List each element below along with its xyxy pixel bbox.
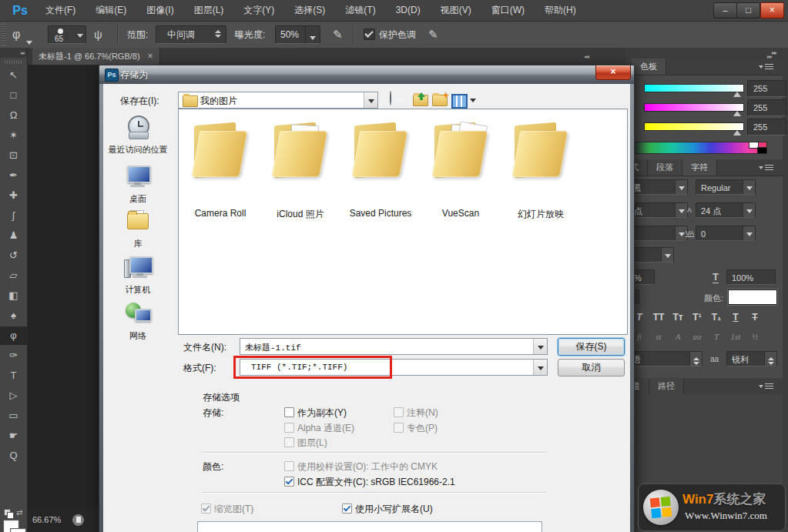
tab-swatches[interactable]: 色板 — [632, 59, 666, 75]
font-size-dropdown-icon[interactable] — [675, 203, 687, 217]
maximize-button[interactable]: □ — [736, 2, 760, 18]
dodge-tool-preset-icon[interactable]: φ — [12, 25, 20, 44]
exposure-dropdown[interactable] — [305, 25, 320, 44]
format-dropdown-icon[interactable] — [533, 360, 547, 375]
options-bar-grip[interactable] — [1, 24, 6, 45]
history-brush-tool[interactable]: ↺ — [0, 246, 27, 265]
text-color-swatch[interactable] — [728, 289, 777, 305]
save-button[interactable]: 保存(S) — [558, 338, 625, 356]
anti-alias-select[interactable]: 锐利 — [726, 351, 777, 366]
clone-stamp-tool[interactable]: ♟ — [0, 226, 27, 245]
close-button[interactable]: × — [760, 2, 784, 18]
leading-dropdown-icon[interactable] — [743, 203, 755, 217]
eyedropper-tool[interactable]: ✒ — [0, 166, 27, 185]
tools-collapse-icon[interactable]: ▸▸ — [0, 48, 27, 58]
menu-image[interactable]: 图像(I) — [136, 0, 183, 21]
place-computer[interactable]: 计算机 — [105, 255, 171, 296]
superscript-button[interactable]: T¹ — [688, 309, 706, 325]
filename-dropdown-icon[interactable] — [533, 339, 547, 354]
tab-paths[interactable]: 路径 — [649, 378, 684, 394]
green-slider-track[interactable] — [644, 103, 744, 112]
dock-collapse-icon[interactable]: ▸▸ — [767, 53, 772, 60]
save-in-combo[interactable]: 我的图片 — [178, 92, 378, 109]
zoom-level[interactable]: 66.67% — [32, 515, 61, 524]
tools-grip[interactable] — [5, 60, 22, 64]
strikethrough-button[interactable]: T — [746, 309, 764, 325]
menu-layer[interactable]: 图层(L) — [184, 0, 234, 21]
zoom-tool[interactable]: Q — [0, 447, 27, 465]
underline-button[interactable]: T — [726, 309, 745, 325]
anti-alias-spinner-icon[interactable] — [764, 352, 776, 366]
eraser-tool[interactable]: ▱ — [0, 266, 27, 285]
place-recent[interactable]: 最近访问的位置 — [105, 115, 171, 156]
gradient-tool[interactable]: ◧ — [0, 286, 27, 305]
green-value-field[interactable]: 255 — [747, 99, 786, 116]
panel-collapse-bar[interactable]: ▸▸ — [625, 48, 783, 59]
swap-colors-icon[interactable]: ⇄ — [16, 508, 22, 517]
menu-view[interactable]: 视图(V) — [431, 0, 481, 21]
ordinals-button[interactable]: 1st — [726, 330, 745, 343]
protect-tones-checkbox[interactable] — [364, 28, 375, 40]
fractions-button[interactable]: ½ — [746, 330, 764, 343]
menu-select[interactable]: 选择(S) — [284, 0, 335, 21]
blue-slider-thumb[interactable] — [733, 130, 741, 136]
font-family-dropdown-icon[interactable] — [675, 180, 687, 194]
tablet-pressure-icon[interactable]: ✎ — [428, 25, 438, 44]
type-tool[interactable]: T — [0, 366, 27, 385]
brush-size-picker[interactable]: 65 — [48, 25, 86, 44]
menu-3d[interactable]: 3D(D) — [386, 0, 431, 21]
titling-alternates-button[interactable]: T — [707, 330, 726, 343]
red-slider-thumb[interactable] — [733, 92, 741, 97]
healing-brush-tool[interactable]: ✚ — [0, 186, 27, 205]
green-slider-thumb[interactable] — [733, 111, 741, 116]
cancel-button[interactable]: 取消 — [558, 359, 625, 376]
brush-tool[interactable]: ʃ — [0, 206, 27, 225]
blue-value-field[interactable]: 255 — [747, 119, 786, 136]
tab-character[interactable]: 字符 — [682, 159, 717, 176]
hand-tool[interactable]: ☛ — [0, 427, 27, 445]
folder-saved-pictures[interactable]: Saved Pictures — [348, 122, 413, 183]
dialog-title-bar[interactable]: Ps 存储为 × — [99, 65, 634, 84]
icc-profile-checkbox[interactable] — [284, 477, 294, 487]
lasso-tool[interactable]: Ω — [0, 106, 27, 125]
panel-menu-icon[interactable] — [759, 64, 773, 78]
move-tool[interactable]: ↖ — [0, 66, 27, 85]
place-libraries[interactable]: 库 — [105, 209, 171, 249]
place-network[interactable]: 网络 — [105, 301, 171, 342]
proportion-dropdown-icon[interactable] — [661, 248, 673, 262]
range-select[interactable]: 中间调 — [156, 25, 226, 44]
document-info-icon[interactable] — [72, 514, 84, 526]
subscript-button[interactable]: T₁ — [707, 309, 726, 325]
panel-menu-icon[interactable] — [759, 165, 773, 179]
airbrush-icon[interactable]: ✎ — [333, 25, 343, 44]
up-one-level-button[interactable] — [413, 95, 428, 106]
folder-vuescan[interactable]: VueScan — [428, 122, 493, 183]
tracking-field[interactable]: 0 — [696, 226, 756, 241]
font-style-dropdown-icon[interactable] — [743, 180, 755, 194]
blur-tool[interactable]: ♠ — [0, 306, 27, 325]
menu-file[interactable]: 文件(F) — [35, 0, 86, 21]
menu-help[interactable]: 帮助(H) — [535, 0, 586, 21]
crop-tool[interactable]: ⊡ — [0, 146, 27, 165]
path-selection-tool[interactable]: ▷ — [0, 386, 27, 405]
tracking-dropdown-icon[interactable] — [743, 226, 755, 240]
back-button[interactable] — [390, 92, 391, 105]
menu-type[interactable]: 文字(Y) — [233, 0, 284, 21]
tab-paragraph[interactable]: 段落 — [648, 159, 682, 176]
new-folder-button[interactable] — [432, 95, 448, 106]
color-spectrum-ramp[interactable] — [633, 142, 767, 154]
minimize-button[interactable]: – — [713, 2, 737, 18]
all-caps-button[interactable]: TT — [649, 309, 668, 325]
tab-close-icon[interactable]: × — [148, 51, 153, 62]
marquee-tool[interactable]: □ — [0, 86, 27, 105]
dodge-tool[interactable]: φ — [0, 326, 27, 345]
small-caps-button[interactable]: Tᴛ — [669, 309, 687, 325]
as-copy-checkbox[interactable] — [284, 407, 294, 417]
red-value-field[interactable]: 255 — [747, 80, 786, 97]
folder-camera-roll[interactable]: Camera Roll — [188, 122, 253, 183]
save-in-dropdown-icon[interactable] — [364, 92, 377, 108]
tab-scroll-left-icon[interactable]: ◂◂ — [584, 53, 588, 60]
lowercase-extension-checkbox[interactable] — [342, 504, 352, 514]
filename-combo[interactable]: 未标题-1.tif — [240, 338, 548, 355]
menu-filter[interactable]: 滤镜(T) — [335, 0, 385, 21]
